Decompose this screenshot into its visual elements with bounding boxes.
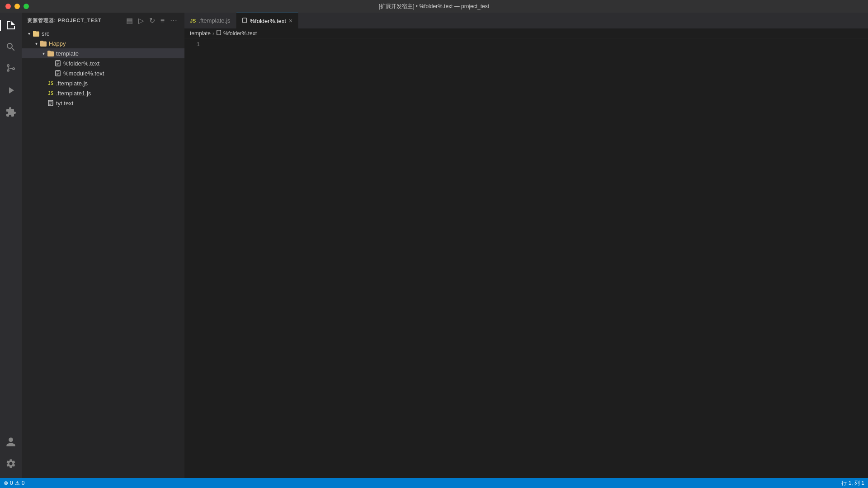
tree-item-happy[interactable]: ▾ Happy xyxy=(22,38,184,48)
breadcrumb-file-icon xyxy=(216,30,222,37)
folder-text-label: %folder%.text xyxy=(63,60,99,67)
activity-bar xyxy=(0,13,22,478)
tree-item-src[interactable]: ▾ src xyxy=(22,28,184,38)
editor-area: JS .ftemplate.js %folder%.text × templat… xyxy=(184,13,868,478)
src-label: src xyxy=(42,30,49,37)
tree-arrow-happy: ▾ xyxy=(33,41,40,46)
line-numbers: 1 xyxy=(184,38,207,478)
sidebar-header-title: 资源管理器: PROJECT_TEST xyxy=(27,17,102,24)
tree-item-ftemplate-js[interactable]: ▾ JS .ftemplate.js xyxy=(22,78,184,88)
svg-rect-13 xyxy=(217,30,221,35)
line-number-1: 1 xyxy=(184,40,200,49)
status-bar: ⊗ 0 ⚠ 0 行 1, 列 1 xyxy=(0,478,868,488)
ftemplate1-js-label: .ftemplate1.js xyxy=(56,90,91,97)
file-tree: ▾ src ▾ Happy ▾ xyxy=(22,28,184,478)
breadcrumb-folder-text[interactable]: %folder%.text xyxy=(223,30,257,37)
tyt-text-label: tyt.text xyxy=(56,100,73,107)
search-activity-icon[interactable] xyxy=(0,36,22,58)
close-tab-button[interactable]: × xyxy=(289,18,292,24)
sidebar-header: 资源管理器: PROJECT_TEST ▤ ▷ ↻ ≡ ⋯ xyxy=(22,13,184,28)
tree-item-ftemplate1-js[interactable]: ▾ JS .ftemplate1.js xyxy=(22,88,184,98)
svg-rect-12 xyxy=(242,18,246,23)
tree-item-template[interactable]: ▾ template xyxy=(22,48,184,58)
tree-arrow-src: ▾ xyxy=(25,31,33,36)
module-text-label: %module%.text xyxy=(63,70,104,77)
template-folder-icon xyxy=(47,50,54,57)
warning-count: 0 xyxy=(22,480,25,486)
folder-text-tab-icon xyxy=(242,18,247,24)
account-activity-icon[interactable] xyxy=(0,431,22,453)
warning-icon: ⚠ xyxy=(15,480,20,486)
titlebar-buttons xyxy=(0,4,29,9)
tab-ftemplate-js[interactable]: JS .ftemplate.js xyxy=(184,13,236,28)
happy-folder-icon xyxy=(40,40,47,47)
tree-item-folder-text[interactable]: ▾ %folder%.text xyxy=(22,58,184,68)
tree-arrow-template: ▾ xyxy=(40,51,47,56)
tree-item-tyt-text[interactable]: ▾ tyt.text xyxy=(22,98,184,108)
ftemplate-js-tab-icon: JS xyxy=(190,18,196,23)
editor-text-area[interactable] xyxy=(207,38,868,478)
new-file-button[interactable]: ▤ xyxy=(124,15,135,26)
ftemplate-js-tab-label: .ftemplate.js xyxy=(198,17,230,24)
source-control-activity-icon[interactable] xyxy=(0,58,22,80)
breadcrumb-template[interactable]: template xyxy=(190,30,211,37)
status-bar-left: ⊗ 0 ⚠ 0 xyxy=(4,480,24,486)
settings-activity-icon[interactable] xyxy=(0,453,22,474)
close-button[interactable] xyxy=(5,4,11,9)
refresh-button[interactable]: ↻ xyxy=(147,15,157,26)
sidebar-header-actions: ▤ ▷ ↻ ≡ ⋯ xyxy=(124,15,179,26)
sidebar: 资源管理器: PROJECT_TEST ▤ ▷ ↻ ≡ ⋯ ▾ src xyxy=(22,13,184,478)
extensions-activity-icon[interactable] xyxy=(0,101,22,123)
breadcrumb: template › %folder%.text xyxy=(184,28,868,38)
new-folder-button[interactable]: ▷ xyxy=(137,15,146,26)
module-text-file-icon xyxy=(54,70,61,77)
tree-item-module-text[interactable]: ▾ %module%.text xyxy=(22,68,184,78)
tyt-text-file-icon xyxy=(47,99,54,107)
activity-bar-bottom xyxy=(0,431,22,478)
position-label: 行 1, 列 1 xyxy=(841,479,864,487)
error-icon: ⊗ xyxy=(4,480,8,486)
breadcrumb-separator: › xyxy=(212,30,214,37)
status-position[interactable]: 行 1, 列 1 xyxy=(841,479,864,487)
more-actions-button[interactable]: ⋯ xyxy=(168,15,179,26)
titlebar: [扩展开发宿主] • %folder%.text — project_test xyxy=(0,0,868,13)
status-bar-right: 行 1, 列 1 xyxy=(841,479,864,487)
template-label: template xyxy=(56,50,79,57)
src-folder-icon xyxy=(33,30,40,37)
folder-text-file-icon xyxy=(54,60,61,67)
minimize-button[interactable] xyxy=(14,4,20,9)
tab-folder-text[interactable]: %folder%.text × xyxy=(236,13,298,28)
collapse-button[interactable]: ≡ xyxy=(159,16,166,26)
editor-content: 1 xyxy=(184,38,868,478)
titlebar-title: [扩展开发宿主] • %folder%.text — project_test xyxy=(379,3,489,10)
main-layout: 资源管理器: PROJECT_TEST ▤ ▷ ↻ ≡ ⋯ ▾ src xyxy=(0,13,868,478)
ftemplate-js-label: .ftemplate.js xyxy=(56,80,88,87)
status-errors[interactable]: ⊗ 0 ⚠ 0 xyxy=(4,480,24,486)
explorer-activity-icon[interactable] xyxy=(0,14,22,36)
run-activity-icon[interactable] xyxy=(0,80,22,101)
ftemplate-js-file-icon: JS xyxy=(47,80,54,87)
tabs-bar: JS .ftemplate.js %folder%.text × xyxy=(184,13,868,28)
maximize-button[interactable] xyxy=(24,4,29,9)
error-count: 0 xyxy=(10,480,13,486)
ftemplate1-js-file-icon: JS xyxy=(47,89,54,97)
happy-label: Happy xyxy=(49,40,66,47)
folder-text-tab-label: %folder%.text xyxy=(250,18,286,24)
